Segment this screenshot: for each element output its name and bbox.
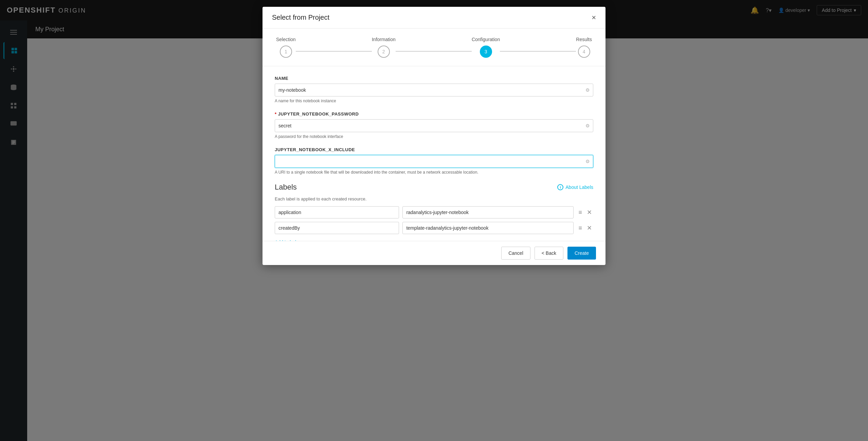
step-1-circle: 1 [280,46,292,58]
step-4-circle: 4 [578,46,590,58]
modal-body: NAME ⚙ A name for this notebook instance… [263,66,605,241]
step-1: Selection 1 [276,37,296,58]
label-1-value-input[interactable] [402,206,574,218]
labels-description: Each label is applied to each created re… [275,196,593,201]
password-label: JUPYTER_NOTEBOOK_PASSWORD [275,111,593,117]
name-input-wrapper: ⚙ [275,84,593,96]
x-include-input-icon: ⚙ [585,159,590,164]
x-include-hint: A URI to a single notebook file that wil… [275,170,593,175]
x-include-label: JUPYTER_NOTEBOOK_X_INCLUDE [275,147,593,152]
x-include-input[interactable] [275,155,593,168]
modal-close-button[interactable]: × [592,14,596,21]
password-hint: A password for the notebook interface [275,134,593,139]
step-2-circle: 2 [378,46,390,58]
label-2-remove-button[interactable]: ✕ [585,223,593,233]
password-input-wrapper: ⚙ [275,119,593,132]
label-2-value-input[interactable] [402,222,574,234]
step-2: Information 2 [372,37,396,58]
step-connector-3-4 [500,51,576,52]
name-input-icon: ⚙ [585,87,590,93]
label-2-key-input[interactable] [275,222,399,234]
step-connector-2-3 [396,51,472,52]
info-icon: i [557,184,563,190]
label-row-2: ≡ ✕ [275,222,593,234]
step-1-label: Selection [276,37,296,42]
step-2-label: Information [372,37,396,42]
name-input[interactable] [275,84,593,96]
modal-footer: Cancel < Back Create [263,241,605,265]
modal-overlay: Select from Project × Selection 1 Inform… [0,0,868,441]
step-3-circle: 3 [480,46,492,58]
password-field-group: JUPYTER_NOTEBOOK_PASSWORD ⚙ A password f… [275,111,593,139]
label-1-remove-button[interactable]: ✕ [585,207,593,217]
step-3: Configuration 3 [472,37,500,58]
back-button[interactable]: < Back [535,247,563,260]
wizard-steps: Selection 1 Information 2 Configuration … [263,29,605,66]
name-hint: A name for this notebook instance [275,99,593,103]
name-label: NAME [275,76,593,81]
label-row-1: ≡ ✕ [275,206,593,218]
label-1-reorder-button[interactable]: ≡ [577,208,583,217]
label-1-key-input[interactable] [275,206,399,218]
step-4: Results 4 [576,37,592,58]
label-2-actions: ≡ ✕ [577,223,593,233]
modal-header: Select from Project × [263,7,605,29]
modal: Select from Project × Selection 1 Inform… [263,7,605,265]
name-field-group: NAME ⚙ A name for this notebook instance [275,76,593,103]
x-include-field-group: JUPYTER_NOTEBOOK_X_INCLUDE ⚙ A URI to a … [275,147,593,175]
labels-title: Labels [275,183,297,192]
labels-header: Labels i About Labels [275,183,593,192]
create-button[interactable]: Create [567,247,596,260]
about-labels-link[interactable]: i About Labels [557,184,593,190]
modal-title: Select from Project [272,14,329,21]
password-input-icon: ⚙ [585,123,590,128]
step-connector-1-2 [296,51,372,52]
step-3-label: Configuration [472,37,500,42]
step-4-label: Results [576,37,592,42]
labels-section: Labels i About Labels Each label is appl… [275,183,593,241]
label-1-actions: ≡ ✕ [577,207,593,217]
label-2-reorder-button[interactable]: ≡ [577,223,583,233]
cancel-button[interactable]: Cancel [501,247,530,260]
x-include-input-wrapper: ⚙ [275,155,593,168]
password-input[interactable] [275,119,593,132]
